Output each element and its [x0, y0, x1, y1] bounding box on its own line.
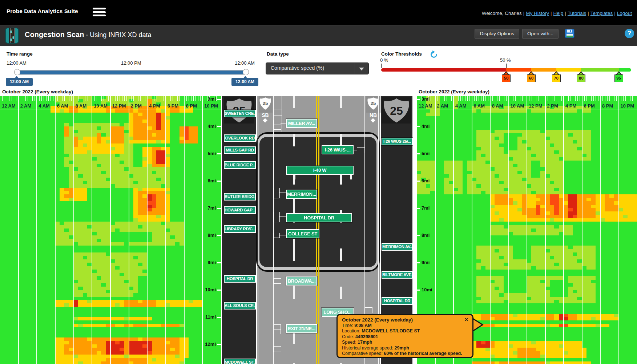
separator: | [613, 11, 617, 16]
road-lane-line [258, 96, 258, 364]
header-link-my-history[interactable]: My History [526, 11, 549, 16]
hamburger-menu-icon[interactable] [93, 8, 106, 17]
mile-marker-label: 9mi [196, 260, 216, 265]
road-sign: COLLEGE ST [286, 229, 319, 238]
header-link-help[interactable]: Help [553, 11, 564, 16]
mile-marker-label: 3mi [196, 96, 216, 102]
mile-marker-label: 8mi [196, 232, 216, 238]
road-connector-box [273, 346, 281, 352]
time-axis-label: 6 PM [168, 103, 178, 109]
save-icon[interactable] [565, 29, 574, 38]
tool-name: Congestion Scan [25, 31, 84, 39]
mile-marker-label: 9mi [422, 260, 430, 265]
time-range-slider[interactable] [16, 70, 247, 74]
sign-connector-line [281, 329, 286, 329]
mile-marker-tick [417, 153, 420, 154]
crossstreet-sign: HOSPITAL DR [382, 297, 413, 305]
time-axis-label: 2 PM [547, 103, 558, 109]
separator: | [586, 11, 590, 16]
separator: | [522, 11, 526, 16]
sign-post [293, 199, 295, 211]
sign-connector-line [273, 109, 282, 109]
mile-marker-label: 7mi [196, 205, 216, 211]
road-sign: BROADWA... [286, 276, 317, 286]
data-type-label: Data type [267, 51, 289, 57]
app-title: Probe Data Analytics Suite [7, 8, 78, 15]
time-axis-label: 8 AM [76, 103, 87, 109]
road-connector-box [273, 188, 280, 193]
right-heatmap-title: October 2022 (Every weekday) [419, 89, 489, 94]
threshold-marker-value: 70 [552, 74, 561, 82]
mile-marker-tick [217, 153, 221, 154]
road-lane-line [273, 96, 274, 364]
time-axis-label: 4 PM [565, 103, 576, 109]
sign-connector-line [281, 124, 286, 124]
time-range-handle-start[interactable] [14, 69, 20, 75]
tooltip-row: Historical average speed: 29mph [342, 345, 468, 351]
time-range-start-label: 12:00 AM [7, 60, 27, 66]
us25-shield-badge: 25 [382, 97, 411, 124]
threshold-tick [506, 64, 507, 68]
header-link-tutorials[interactable]: Tutorials [568, 11, 586, 16]
sign-connector-line [273, 116, 282, 116]
sign-connector-line [281, 281, 286, 281]
threshold-marker-value: 60 [527, 74, 536, 82]
display-options-button[interactable]: Display Options [475, 29, 519, 39]
mile-marker-label: 5mi [196, 151, 216, 156]
close-icon[interactable]: × [465, 317, 468, 322]
crossstreet-sign: I-26 W/US-25/... [382, 138, 413, 145]
mile-marker-label: 6mi [422, 178, 430, 183]
data-type-value: Comparative speed (%) [271, 65, 324, 71]
road-connector-box [273, 125, 281, 130]
reset-thresholds-icon[interactable] [430, 50, 438, 58]
chevron-down-icon[interactable] [355, 63, 368, 74]
mile-marker-label: 5mi [422, 151, 430, 156]
threshold-tick-label: 0 % [380, 57, 388, 63]
sign-connector-line [272, 171, 286, 171]
open-with-button[interactable]: Open with... [522, 29, 559, 39]
mile-marker-label: 4mi [196, 124, 216, 129]
crossstreet-sign: OVERLOOK RD [224, 134, 256, 142]
mile-marker-label: 10mi [196, 287, 216, 292]
road-sign: I-40 W [286, 166, 354, 175]
time-axis-label: 12 AM [2, 103, 16, 109]
svg-text:25: 25 [390, 104, 403, 117]
mile-marker-label: 6mi [196, 178, 216, 183]
road-sign: EXIT 21/NE... [286, 324, 317, 333]
time-range-end-tooltip: 12:00 AM [231, 78, 258, 86]
crossstreet-sign: MCDOWELL ST... [224, 359, 256, 364]
time-axis-label: 4 AM [455, 103, 467, 109]
time-range-handle-end[interactable] [243, 69, 249, 75]
congestion-heatmap-southbound[interactable] [0, 96, 221, 364]
sign-post [293, 286, 295, 297]
sign-post [294, 175, 295, 179]
mile-marker-tick [217, 262, 221, 263]
tooltip-row: Code: 449298601 [342, 334, 468, 340]
header-link-logout[interactable]: Logout [617, 11, 632, 16]
tooltip-row: Location: MCDOWELL ST/LODGE ST [342, 328, 468, 334]
time-axis-label: 10 AM [511, 103, 524, 109]
mile-marker-tick [417, 126, 420, 127]
mile-marker-tick [217, 181, 221, 182]
time-axis-label: 12 PM [112, 103, 126, 109]
page-title: Congestion Scan - Using INRIX XD data [25, 31, 151, 39]
sign-connector-line [352, 310, 364, 310]
svg-text:25: 25 [263, 101, 268, 106]
road-connector-box [273, 233, 280, 238]
mile-marker-tick [417, 290, 420, 291]
road-connector-box [274, 329, 281, 334]
header-link-templates[interactable]: Templates [590, 11, 613, 16]
mile-marker-tick [417, 262, 420, 263]
crossstreet-sign: BILTMORE AVE... [382, 271, 413, 279]
time-axis-label: 6 AM [474, 103, 485, 109]
mile-marker-tick [417, 208, 420, 209]
user-links: Welcome, Charles|My History|Help|Tutoria… [482, 11, 632, 16]
road-connector-box [357, 147, 365, 153]
tooltip-title: October 2022 (Every weekday) [342, 317, 468, 323]
congestion-scan-logo-icon [5, 28, 19, 44]
help-icon[interactable]: ? [625, 29, 634, 38]
crossstreet-sign: HOWARD GAP ... [224, 206, 256, 214]
data-type-dropdown[interactable]: Comparative speed (%) [266, 62, 369, 74]
time-axis-label: 8 PM [186, 103, 197, 109]
time-axis-label: 10 PM [621, 103, 634, 109]
